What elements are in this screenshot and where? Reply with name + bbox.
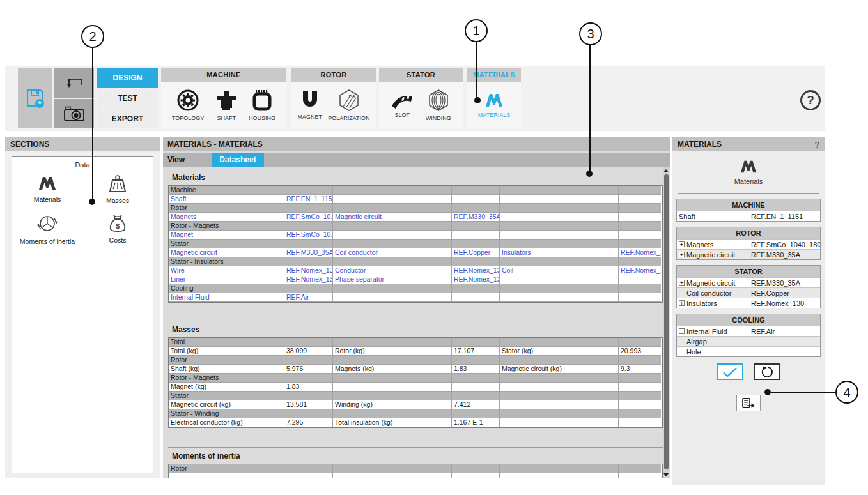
sidebar-item-moments-of-inertia[interactable]: Moments of inertia [12,213,82,245]
screenshot-button[interactable] [54,99,94,128]
panel-row: Coil conductorREF.Copper [677,287,820,298]
table-cell: Rotor - Magnets [169,374,284,383]
undo-button[interactable] [54,68,94,98]
camera-icon [63,105,85,122]
tool-label: WINDING [426,115,451,121]
panel-row-value[interactable]: REF.Nomex_130 [748,300,820,307]
table-cell[interactable]: Magnet [169,231,284,240]
table-cell: 7.412 [452,400,500,409]
table-cell [619,257,661,266]
table-cell: 1.167 E-1 [452,418,500,427]
table-cell[interactable]: Internal Fluid [169,293,284,302]
moments-of-inertia-icon [36,213,58,234]
table-cell[interactable]: Magnetic circuit [333,213,452,222]
panel-group-stator: STATOR +Magnetic circuitREF.M330_35ACoil… [676,265,821,308]
tab-view[interactable]: View [163,153,212,167]
scrollbar-thumb[interactable] [664,174,669,469]
table-cell [333,392,452,400]
table-cell: Magnet (kg) [169,383,284,392]
masses-section-heading: Masses [172,325,670,334]
callout-2-dot [89,199,95,205]
tool-polarization[interactable]: POLARIZATION [328,89,369,121]
panel-row-value[interactable]: REF.M330_35A [748,279,820,287]
sidebar-item-costs[interactable]: $ Costs [82,213,153,245]
tool-winding[interactable]: WINDING [426,89,451,121]
table-cell [333,473,452,478]
materials-properties-panel: MATERIALS ? Materials MACHINE ShaftREF.E… [672,137,825,485]
sidebar-item-label: Materials [34,195,61,203]
table-cell[interactable]: Coil [500,266,619,275]
apply-button[interactable] [717,363,743,380]
tool-magnet[interactable]: MAGNET [297,90,322,120]
table-cell [284,204,333,213]
table-cell [500,409,619,418]
tab-datasheet[interactable]: Datasheet [212,153,264,167]
table-cell: Cooling [169,284,284,293]
table-cell[interactable]: Magnets [169,213,284,222]
table-cell[interactable]: Magnetic circuit [169,248,284,257]
scroll-down-button[interactable] [663,471,669,478]
reset-button[interactable] [754,363,780,380]
table-cell[interactable]: REF.Nomex_130 [452,266,500,275]
table-cell[interactable]: REF.SmCo_10... [284,231,333,240]
table-row: Electrical conductor (kg)7.295Total insu… [169,418,662,427]
table-cell[interactable]: Liner [169,275,284,284]
table-cell [500,338,619,347]
expand-icon[interactable]: + [679,280,685,286]
table-cell[interactable]: Conductor [333,266,452,275]
table-cell[interactable]: REF.EN_1_1151 [284,195,333,204]
table-cell[interactable]: REF.Copper [452,248,500,257]
table-cell [452,257,500,266]
table-cell [333,383,452,392]
tool-materials[interactable]: MATERIALS [478,92,510,118]
expand-icon[interactable]: + [679,241,685,247]
table-cell[interactable]: Insulators [500,248,619,257]
tool-housing[interactable]: HOUSING [249,89,275,121]
panel-row-value[interactable]: REF.M330_35A [748,251,820,259]
table-section-row: Rotor [169,204,662,213]
tab-test[interactable]: TEST [97,89,158,108]
panel-help-icon[interactable]: ? [815,140,819,149]
collapse-icon[interactable]: - [679,328,685,334]
sidebar-item-materials[interactable]: Materials [12,175,82,204]
table-cell[interactable]: Wire [169,266,284,275]
tool-slot[interactable]: SLOT [391,92,414,118]
save-button[interactable]: * [18,68,52,128]
undo-arrow-icon [64,76,84,90]
table-cell[interactable]: REF.M330_35A [452,213,500,222]
scroll-up-button[interactable] [663,167,669,174]
reset-icon [761,366,773,377]
export-button[interactable] [736,395,761,411]
expand-icon[interactable]: + [679,300,685,306]
table-cell[interactable]: REF.Air [284,293,333,302]
table-cell: Rotor - Magnets [169,222,284,231]
table-cell[interactable]: REF.Nomex_130 [284,275,333,284]
table-cell[interactable]: REF.Nomex_130 [619,266,661,275]
table-cell[interactable]: Phase separator [333,275,452,284]
panel-row-value[interactable]: REF.Air [748,328,820,335]
table-cell[interactable]: REF.M330_35A [284,248,333,257]
panel-row-value[interactable]: REF.Copper [748,289,820,297]
vertical-scrollbar[interactable] [663,167,669,478]
table-cell[interactable]: Coil conductor [333,248,452,257]
panel-row-value[interactable]: REF.SmCo_1040_1800 [748,241,820,248]
table-cell[interactable]: REF.Nomex_130 [452,275,500,284]
table-cell [619,473,661,478]
table-cell[interactable]: REF.Nomex_130 [619,248,661,257]
tab-design[interactable]: DESIGN [97,68,158,88]
table-cell[interactable]: REF.Nomex_130 [284,266,333,275]
group-rotor: ROTOR MAGNET POLARIZATION [291,68,376,128]
table-cell: 9.3 [619,365,661,374]
panel-row-label-cell: Shaft [677,211,748,221]
panel-row-value[interactable]: REF.EN_1_1151 [748,213,820,220]
table-cell[interactable]: Shaft [169,195,284,204]
table-cell [333,464,452,473]
help-button[interactable]: ? [800,90,821,110]
table-cell [452,240,500,248]
right-panel-title: MATERIALS [678,140,722,149]
table-cell[interactable]: REF.SmCo_10... [284,213,333,222]
tool-topology[interactable]: TOPOLOGY [172,89,204,121]
tab-export[interactable]: EXPORT [97,109,158,128]
tool-shaft[interactable]: SHAFT [215,89,238,121]
expand-icon[interactable]: + [679,252,685,257]
